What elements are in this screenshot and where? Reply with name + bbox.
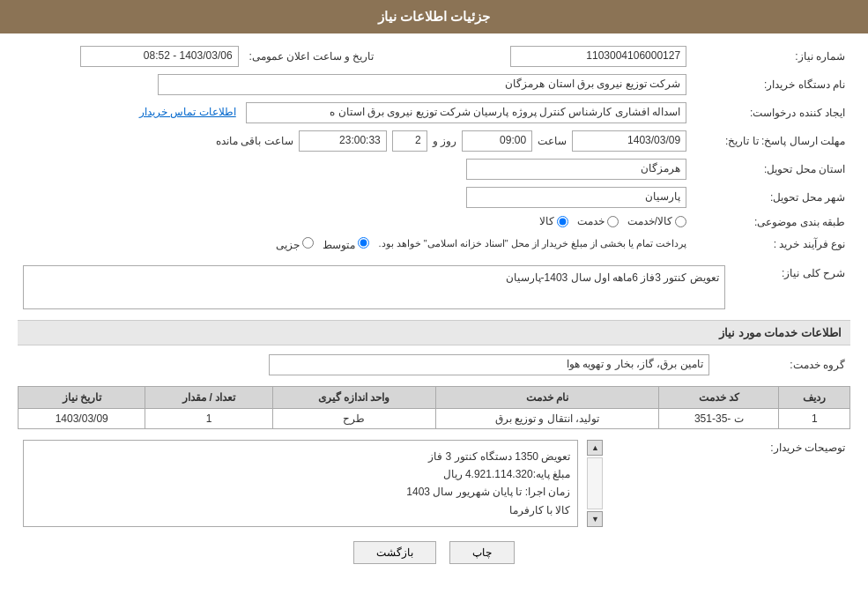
field-need-desc: تعویض کنتور 3فاز 6ماهه اول سال 1403-پارس… xyxy=(23,265,725,309)
row-id-announce: شماره نیاز: 1103004106000127 تاریخ و ساع… xyxy=(18,42,850,71)
creator-contact-link[interactable]: اطلاعات تماس خریدار xyxy=(139,106,236,118)
row-service-group: گروه خدمت: تامین برق، گاز، بخار و تهویه … xyxy=(18,351,850,379)
table-header-row: ردیف کد خدمت نام خدمت واحد اندازه گیری ت… xyxy=(19,386,850,408)
label-creator: ایجاد کننده درخواست: xyxy=(692,99,850,127)
scroll-up-btn[interactable]: ▲ xyxy=(587,440,603,456)
radio-medium[interactable] xyxy=(358,237,369,249)
field-announce: 1403/03/06 - 08:52 xyxy=(80,46,239,67)
field-city: پارسیان xyxy=(466,187,686,208)
radio-goods[interactable] xyxy=(557,216,568,227)
service-group-table: گروه خدمت: تامین برق، گاز، بخار و تهویه … xyxy=(18,351,850,379)
buyer-note-line3: زمان اجرا: تا پایان شهریور سال 1403 xyxy=(31,483,570,501)
table-row: 1ت -35-351تولید، انتقال و توزیع برقطرح11… xyxy=(19,408,850,428)
buyer-note-line4: کالا با کارفرما xyxy=(31,501,570,519)
label-remaining: ساعت باقی مانده xyxy=(216,135,293,147)
field-remaining: 23:00:33 xyxy=(299,130,387,152)
category-option-goods: کالا xyxy=(539,215,568,227)
row-city: شهر محل تحویل: پارسیان xyxy=(18,183,850,212)
radio-partial[interactable] xyxy=(302,237,314,249)
col-header-unit: واحد اندازه گیری xyxy=(272,386,435,408)
field-creator: اسداله افشاری کارشناس کنترل پروژه پارسیا… xyxy=(246,102,686,123)
label-day: روز و xyxy=(433,135,456,147)
page-header: جزئیات اطلاعات نیاز xyxy=(0,0,868,33)
scrollbar: ▲ ▼ xyxy=(587,440,603,528)
label-deadline: مهلت ارسال پاسخ: تا تاریخ: xyxy=(692,127,850,155)
row-purchase-org: نام دستگاه خریدار: شرکت توزیع نیروی برق … xyxy=(18,71,850,99)
buyer-desc-wrapper: ▲ ▼ تعویض 1350 دستگاه کنتور 3 فاز مبلغ پ… xyxy=(23,440,603,528)
need-desc-table: شرح کلی نیاز: تعویض کنتور 3فاز 6ماهه اول… xyxy=(18,262,850,313)
print-button[interactable]: چاپ xyxy=(449,541,515,564)
process-warning: پرداخت تمام یا بخشی از مبلغ خریدار از مح… xyxy=(378,238,686,249)
process-option-partial: جزیی xyxy=(276,237,314,251)
row-need-desc: شرح کلی نیاز: تعویض کنتور 3فاز 6ماهه اول… xyxy=(18,262,850,313)
row-province: استان محل تحویل: هرمزگان xyxy=(18,155,850,183)
buyer-note-line1: تعویض 1350 دستگاه کنتور 3 فاز xyxy=(31,448,570,465)
field-service-group: تامین برق، گاز، بخار و تهویه هوا xyxy=(269,354,709,375)
category-option-service: خدمت xyxy=(577,215,619,227)
buyer-note-line2: مبلغ پایه:4.921.114.320 ریال xyxy=(31,465,570,483)
row-category: طبقه بندی موضوعی: کالا/خدمت خدمت کالا xyxy=(18,212,850,234)
field-id: 1103004106000127 xyxy=(510,46,686,67)
main-form-table: شماره نیاز: 1103004106000127 تاریخ و ساع… xyxy=(18,42,850,255)
row-deadline: مهلت ارسال پاسخ: تا تاریخ: 1403/03/09 سا… xyxy=(18,127,850,155)
label-province: استان محل تحویل: xyxy=(692,155,850,183)
radio-service[interactable] xyxy=(607,216,619,227)
services-section-header: اطلاعات خدمات مورد نیاز xyxy=(18,320,850,345)
label-category: طبقه بندی موضوعی: xyxy=(692,212,850,234)
field-purchase-org: شرکت توزیع نیروی برق استان هرمزگان xyxy=(158,74,686,95)
col-header-name: نام خدمت xyxy=(435,386,659,408)
field-province: هرمزگان xyxy=(466,159,686,180)
field-deadline-date: 1403/03/09 xyxy=(572,130,686,152)
scroll-down-btn[interactable]: ▼ xyxy=(587,511,603,527)
category-option-goods-service: کالا/خدمت xyxy=(627,215,686,227)
button-row: چاپ بازگشت xyxy=(18,541,850,564)
process-option-medium: متوسط xyxy=(323,237,369,251)
cell-name: تولید، انتقال و توزیع برق xyxy=(435,408,659,428)
col-header-row: ردیف xyxy=(779,386,850,408)
cell-unit: طرح xyxy=(272,408,435,428)
scroll-track xyxy=(587,457,603,510)
label-need-desc: شرح کلی نیاز: xyxy=(731,262,850,313)
main-content: شماره نیاز: 1103004106000127 تاریخ و ساع… xyxy=(0,33,868,586)
label-announce: تاریخ و ساعت اعلان عمومی: xyxy=(244,42,425,71)
label-time: ساعت xyxy=(538,135,567,147)
label-process: نوع فرآیند خرید : xyxy=(692,234,850,255)
radio-goods-service[interactable] xyxy=(675,216,686,227)
cell-row: 1 xyxy=(779,408,850,428)
row-buyer-notes: توصیحات خریدار: ▲ ▼ تعویض 1350 دستگاه کن… xyxy=(18,436,850,531)
buyer-notes-table: توصیحات خریدار: ▲ ▼ تعویض 1350 دستگاه کن… xyxy=(18,436,850,531)
col-header-date: تاریخ نیاز xyxy=(19,386,145,408)
process-type-row: پرداخت تمام یا بخشی از مبلغ خریدار از مح… xyxy=(23,237,686,251)
page-title: جزئیات اطلاعات نیاز xyxy=(378,9,490,24)
label-purchase-org: نام دستگاه خریدار: xyxy=(692,71,850,99)
category-radio-group: کالا/خدمت خدمت کالا xyxy=(539,215,686,227)
services-table: ردیف کد خدمت نام خدمت واحد اندازه گیری ت… xyxy=(18,386,850,429)
col-header-qty: تعداد / مقدار xyxy=(145,386,272,408)
label-service-group: گروه خدمت: xyxy=(715,351,850,379)
field-deadline-time: 09:00 xyxy=(462,130,532,152)
label-buyer-notes: توصیحات خریدار: xyxy=(608,436,850,531)
back-button[interactable]: بازگشت xyxy=(353,541,436,564)
label-city: شهر محل تحویل: xyxy=(692,183,850,212)
row-creator: ایجاد کننده درخواست: اسداله افشاری کارشن… xyxy=(18,99,850,127)
cell-qty: 1 xyxy=(145,408,272,428)
deadline-row: 1403/03/09 ساعت 09:00 روز و 2 23:00:33 س… xyxy=(23,130,686,152)
label-id: شماره نیاز: xyxy=(692,42,850,71)
row-process-type: نوع فرآیند خرید : پرداخت تمام یا بخشی از… xyxy=(18,234,850,255)
field-buyer-notes: تعویض 1350 دستگاه کنتور 3 فاز مبلغ پایه:… xyxy=(23,440,578,528)
page-wrapper: جزئیات اطلاعات نیاز شماره نیاز: 11030041… xyxy=(0,0,868,609)
col-header-code: کد خدمت xyxy=(659,386,779,408)
field-day: 2 xyxy=(392,130,427,152)
cell-date: 1403/03/09 xyxy=(19,408,145,428)
cell-code: ت -35-351 xyxy=(659,408,779,428)
